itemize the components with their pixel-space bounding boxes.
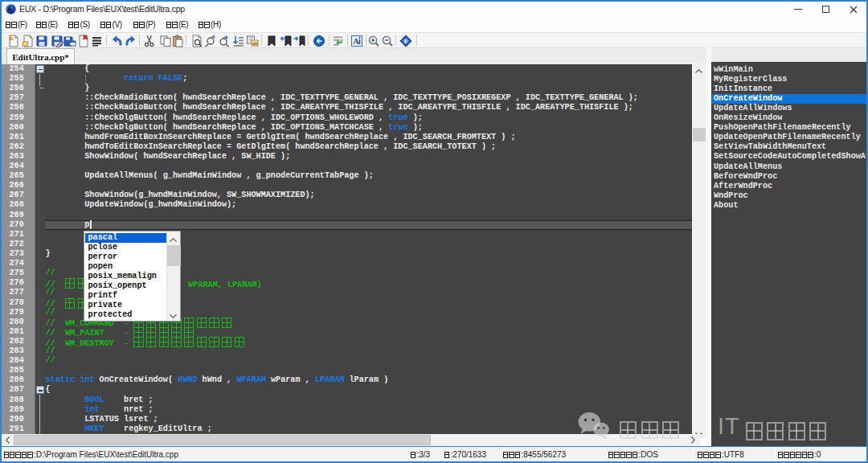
svg-text:A: A (353, 36, 359, 46)
svg-text:ab: ab (252, 41, 258, 46)
svg-text:i: i (404, 38, 406, 45)
